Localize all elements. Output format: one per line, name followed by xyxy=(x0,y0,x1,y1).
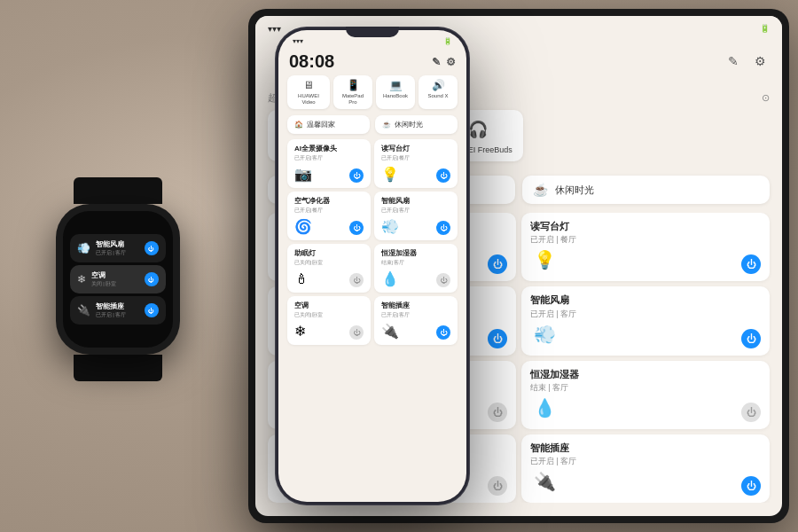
watch-item-name: 空调 xyxy=(91,270,117,280)
mini-icon: 💻 xyxy=(389,79,403,91)
tile-toggle[interactable]: ⏻ xyxy=(488,254,507,274)
watch-item-sub: 已开启 | 客厅 xyxy=(96,249,127,257)
phone-tile-status: 已开启|客厅 xyxy=(294,154,364,162)
watch-item[interactable]: 💨 智能风扇 已开启 | 客厅 ⏻ xyxy=(70,234,166,262)
super-terminal-expand-icon[interactable]: ⊙ xyxy=(762,92,770,104)
phone-device-grid: AI全景摄像头 已开启|客厅 📷 ⏻ 读写台灯 已开启|餐厅 💡 ⏻ 空气净化器… xyxy=(278,137,466,348)
scene-icon: 🏠 xyxy=(294,121,303,129)
tile-toggle[interactable]: ⏻ xyxy=(741,403,761,422)
phone-tile-icon: 💨 xyxy=(381,218,399,235)
phone-scene-button[interactable]: ☕休闲时光 xyxy=(375,115,458,134)
tile-toggle[interactable]: ⏻ xyxy=(741,476,761,496)
phone-device-tile[interactable]: 助眠灯 已关闭|卧室 🕯 ⏻ xyxy=(287,244,371,293)
mini-icon: 🖥 xyxy=(303,79,314,91)
phone-edit-icon[interactable]: ✎ xyxy=(432,56,441,68)
phone-devices-row: 🖥 HUAWEI Video 📱 MatePad Pro 💻 HanoBook … xyxy=(278,72,466,113)
phone-device-tile[interactable]: AI全景摄像头 已开启|客厅 📷 ⏻ xyxy=(287,139,371,188)
phone-device-tile[interactable]: 恒湿加湿器 结束|客厅 💧 ⏻ xyxy=(374,244,458,293)
watch-body: 💨 智能风扇 已开启 | 客厅 ⏻ ❄ 空调 关闭 | 卧室 ⏻ 🔌 智能插座 … xyxy=(56,204,180,355)
watch-item-name: 智能风扇 xyxy=(96,239,127,249)
watch-toggle[interactable]: ⏻ xyxy=(145,272,159,286)
phone-tile-toggle[interactable]: ⏻ xyxy=(349,221,364,235)
phone-device-tile[interactable]: 智能插座 已开启|客厅 🔌 ⏻ xyxy=(374,296,458,345)
phone-tile-bottom: 💨 ⏻ xyxy=(381,218,450,235)
watch-toggle[interactable]: ⏻ xyxy=(145,303,159,317)
tablet-edit-icon[interactable]: ✎ xyxy=(724,51,743,71)
tile-header: 恒湿加湿器 结束 | 客厅 xyxy=(530,368,761,394)
tile-toggle[interactable]: ⏻ xyxy=(488,329,507,348)
tablet-device-tile[interactable]: 智能风扇 已开启 | 客厅 💨 ⏻ xyxy=(521,286,770,355)
tablet-device-tile[interactable]: 读写台灯 已开启 | 餐厅 💡 ⏻ xyxy=(521,213,770,281)
phone-tile-name: AI全景摄像头 xyxy=(294,145,364,153)
tile-status: 已开启 | 餐厅 xyxy=(530,234,576,246)
phone-device-mini[interactable]: 🔊 Sound X xyxy=(419,75,458,109)
phone-device-mini[interactable]: 📱 MatePad Pro xyxy=(333,75,372,109)
phone-tile-status: 已关闭|卧室 xyxy=(294,311,364,319)
scene-label: 休闲时光 xyxy=(395,120,423,129)
tile-icon: 💨 xyxy=(530,320,559,348)
mini-label: HanoBook xyxy=(383,93,408,99)
phone-tile-icon: 🕯 xyxy=(294,271,309,287)
watch-item-sub: 已开启 | 客厅 xyxy=(96,311,127,319)
mini-icon: 📱 xyxy=(347,79,360,91)
phone-scene-button[interactable]: 🏠温馨回家 xyxy=(287,115,370,134)
phone-tile-icon: ❄ xyxy=(294,323,306,340)
watch-toggle[interactable]: ⏻ xyxy=(145,241,159,255)
watch-item-sub: 关闭 | 卧室 xyxy=(91,280,117,288)
mini-label: HUAWEI Video xyxy=(294,93,323,106)
phone-tile-bottom: 💡 ⏻ xyxy=(381,166,450,183)
phone-tile-name: 智能风扇 xyxy=(381,197,450,206)
watch-strap-bottom xyxy=(74,355,162,381)
watch-item-left: 💨 智能风扇 已开启 | 客厅 xyxy=(77,239,127,257)
watch-item[interactable]: ❄ 空调 关闭 | 卧室 ⏻ xyxy=(70,265,166,293)
phone-device-tile[interactable]: 智能风扇 已开启|客厅 💨 ⏻ xyxy=(374,192,458,240)
watch-item-text: 智能插座 已开启 | 客厅 xyxy=(96,301,127,319)
phone-tile-toggle[interactable]: ⏻ xyxy=(349,273,364,287)
phone-tile-bottom: 🔌 ⏻ xyxy=(381,323,450,340)
tile-header: 智能风扇 已开启 | 客厅 xyxy=(530,293,761,319)
tile-name: 恒湿加湿器 xyxy=(530,368,579,380)
phone-screen: ▾▾▾ 🔋 08:08 ✎ ⚙ 🖥 HUAWEI Video 📱 MatePad… xyxy=(278,30,466,502)
tile-toggle[interactable]: ⏻ xyxy=(488,476,507,496)
tile-toggle[interactable]: ⏻ xyxy=(741,254,761,274)
phone-tile-icon: 💧 xyxy=(381,270,399,287)
phone-tile-status: 已开启|餐厅 xyxy=(294,207,364,215)
scene-icon: ☕ xyxy=(533,183,548,197)
phone-tile-toggle[interactable]: ⏻ xyxy=(436,221,450,235)
phone-device-tile[interactable]: 读写台灯 已开启|餐厅 💡 ⏻ xyxy=(374,139,458,188)
tile-icon: 💧 xyxy=(530,394,559,422)
phone-battery: 🔋 xyxy=(443,37,452,45)
phone-tile-name: 智能插座 xyxy=(381,301,450,310)
scene-button[interactable]: ☕休闲时光 xyxy=(522,176,770,204)
tile-name: 读写台灯 xyxy=(530,220,576,232)
tile-toggle[interactable]: ⏻ xyxy=(741,329,761,348)
watch-item-text: 智能风扇 已开启 | 客厅 xyxy=(96,239,127,257)
phone-tile-toggle[interactable]: ⏻ xyxy=(349,325,364,340)
phone-tile-toggle[interactable]: ⏻ xyxy=(436,273,450,287)
phone-signal: ▾▾▾ xyxy=(293,37,303,45)
phone-notch xyxy=(346,27,399,37)
mini-icon: 🔊 xyxy=(432,79,445,91)
tablet-settings-icon[interactable]: ⚙ xyxy=(750,51,770,71)
tablet-device-tile[interactable]: 智能插座 已开启 | 客厅 🔌 ⏻ xyxy=(521,434,770,503)
phone-device-tile[interactable]: 空气净化器 已开启|餐厅 🌀 ⏻ xyxy=(287,192,371,240)
tile-bottom: 💡 ⏻ xyxy=(530,246,761,274)
phone-device-mini[interactable]: 💻 HanoBook xyxy=(376,75,415,109)
phone-tile-bottom: 🌀 ⏻ xyxy=(294,218,364,235)
phone-device-mini[interactable]: 🖥 HUAWEI Video xyxy=(287,75,330,109)
phone-device-tile[interactable]: 空调 已关闭|卧室 ❄ ⏻ xyxy=(287,296,371,345)
watch-item[interactable]: 🔌 智能插座 已开启 | 客厅 ⏻ xyxy=(70,296,166,325)
phone-settings-icon[interactable]: ⚙ xyxy=(446,56,456,68)
mini-label: Sound X xyxy=(427,93,448,99)
tile-icon: 💡 xyxy=(530,246,559,274)
tablet-device-tile[interactable]: 恒湿加湿器 结束 | 客厅 💧 ⏻ xyxy=(521,361,770,429)
phone-tile-name: 空气净化器 xyxy=(294,197,364,206)
tile-toggle[interactable]: ⏻ xyxy=(488,403,507,422)
tile-header: 读写台灯 已开启 | 餐厅 xyxy=(530,220,761,246)
phone-tile-toggle[interactable]: ⏻ xyxy=(349,168,364,183)
phone-tile-toggle[interactable]: ⏻ xyxy=(436,168,450,183)
phone-tile-toggle[interactable]: ⏻ xyxy=(436,325,450,340)
watch-item-icon: 💨 xyxy=(77,242,90,254)
watch-item-icon: 🔌 xyxy=(77,304,90,317)
scene-label: 休闲时光 xyxy=(555,184,594,197)
